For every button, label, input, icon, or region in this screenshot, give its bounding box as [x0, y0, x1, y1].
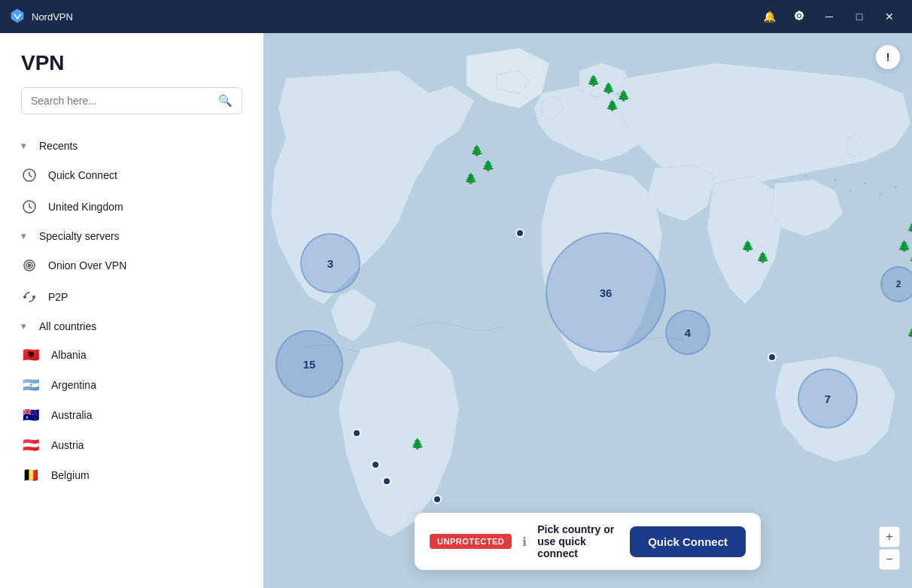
settings-icon	[793, 10, 805, 24]
zoom-in-button[interactable]: +	[879, 526, 900, 547]
recents-label: Recents	[39, 140, 78, 152]
titlebar: NordVPN 🔔 ─ □ ✕	[0, 0, 912, 33]
status-bar: UNPROTECTED ℹ Pick country or use quick …	[415, 513, 761, 570]
tree-marker: 🌲	[741, 240, 754, 252]
tree-marker: 🌲	[909, 251, 912, 263]
specialty-chevron: ▾	[21, 231, 26, 241]
map-dot	[382, 477, 391, 486]
svg-point-19	[804, 174, 807, 177]
all-countries-chevron: ▾	[21, 321, 26, 332]
search-box[interactable]: 🔍	[21, 87, 242, 114]
map-dot	[768, 353, 777, 362]
united-kingdom-item[interactable]: United Kingdom	[0, 191, 263, 223]
search-input[interactable]	[31, 95, 212, 107]
close-icon: ✕	[885, 11, 894, 23]
settings-button[interactable]	[786, 3, 813, 30]
clock-icon-uk	[21, 199, 38, 215]
tree-marker: 🌲	[907, 221, 912, 233]
belgium-label: Belgium	[51, 469, 90, 481]
tree-marker: 🌲	[756, 251, 769, 263]
titlebar-controls: 🔔 ─ □ ✕	[755, 3, 903, 30]
quick-connect-item[interactable]: Quick Connect	[0, 159, 263, 191]
onion-icon	[21, 257, 38, 274]
australia-label: Australia	[51, 409, 92, 421]
argentina-flag: 🇦🇷	[21, 377, 41, 393]
svg-point-24	[879, 193, 882, 196]
map-area[interactable]: 🌲 🌲 🌲 🌲 🌲 🌲 🌲 🌲 🌲 🌲 🌲 🌲 🌲 🌲 3 15 36 4 7 …	[263, 33, 912, 588]
recents-section[interactable]: ▾ Recents	[0, 132, 263, 159]
status-info-icon[interactable]: ℹ	[522, 535, 527, 549]
status-badge: UNPROTECTED	[430, 534, 512, 549]
minimize-icon: ─	[825, 11, 833, 23]
status-message: Pick country or use quick connect	[537, 523, 619, 559]
argentina-label: Argentina	[51, 379, 96, 391]
united-kingdom-label: United Kingdom	[48, 201, 123, 213]
austria-item[interactable]: 🇦🇹 Austria	[0, 430, 263, 460]
tree-marker: 🌲	[898, 240, 910, 252]
svg-point-25	[894, 186, 897, 189]
map-dot	[515, 229, 524, 238]
austria-flag: 🇦🇹	[21, 438, 41, 453]
cluster-bubble-2[interactable]: 2	[880, 266, 912, 302]
svg-point-5	[23, 296, 26, 299]
onion-over-vpn-item[interactable]: Onion Over VPN	[0, 250, 263, 281]
sidebar-header: VPN 🔍	[0, 33, 263, 126]
tree-marker: 🌲	[482, 159, 494, 171]
tree-marker: 🌲	[606, 99, 619, 111]
albania-item[interactable]: 🇦🇱 Albania	[0, 340, 263, 370]
all-countries-section[interactable]: ▾ All countries	[0, 313, 263, 340]
zoom-controls: + −	[879, 526, 900, 570]
maximize-button[interactable]: □	[846, 3, 873, 30]
close-button[interactable]: ✕	[876, 3, 903, 30]
tree-marker: 🌲	[617, 89, 630, 102]
map-dot	[433, 495, 442, 504]
app-title: NordVPN	[32, 11, 73, 23]
tree-marker: 🌲	[411, 438, 424, 450]
zoom-out-button[interactable]: −	[879, 549, 900, 570]
cluster-bubble-3[interactable]: 3	[300, 233, 360, 293]
titlebar-left: NordVPN	[9, 8, 73, 26]
svg-point-21	[834, 178, 837, 181]
p2p-label: P2P	[48, 291, 68, 303]
cluster-bubble-15[interactable]: 15	[275, 330, 343, 398]
sidebar-title: VPN	[21, 51, 242, 75]
specialty-servers-label: Specialty servers	[39, 230, 120, 242]
belgium-item[interactable]: 🇧🇪 Belgium	[0, 460, 263, 490]
sidebar-list: ▾ Recents Quick Connect	[0, 126, 263, 588]
search-icon: 🔍	[218, 94, 233, 108]
belgium-flag: 🇧🇪	[21, 468, 41, 483]
nord-logo	[9, 8, 26, 26]
recents-chevron: ▾	[21, 141, 26, 151]
map-dot	[352, 429, 361, 438]
tree-marker: 🌲	[602, 82, 615, 94]
svg-point-23	[864, 182, 867, 185]
tree-marker: 🌲	[587, 74, 600, 86]
info-button[interactable]: !	[876, 45, 900, 69]
maximize-icon: □	[856, 11, 862, 23]
tree-marker: 🌲	[464, 172, 477, 184]
svg-point-4	[29, 265, 31, 267]
austria-label: Austria	[51, 439, 84, 451]
cluster-bubble-36[interactable]: 36	[546, 232, 666, 353]
quick-connect-button[interactable]: Quick Connect	[630, 526, 746, 557]
all-countries-label: All countries	[39, 320, 96, 332]
sidebar: VPN 🔍 ▾ Recents Quick Connect	[0, 33, 263, 588]
australia-item[interactable]: 🇦🇺 Australia	[0, 400, 263, 430]
map-dot	[371, 460, 380, 469]
argentina-item[interactable]: 🇦🇷 Argentina	[0, 370, 263, 400]
cluster-bubble-7[interactable]: 7	[798, 368, 858, 429]
tree-marker: 🌲	[470, 144, 483, 156]
svg-point-22	[849, 189, 852, 192]
albania-label: Albania	[51, 349, 87, 361]
clock-icon	[21, 167, 38, 183]
p2p-icon	[21, 289, 38, 305]
cluster-bubble-4[interactable]: 4	[665, 310, 710, 355]
australia-flag: 🇦🇺	[21, 408, 41, 423]
notification-button[interactable]: 🔔	[755, 3, 783, 30]
onion-over-vpn-label: Onion Over VPN	[48, 259, 126, 271]
specialty-servers-section[interactable]: ▾ Specialty servers	[0, 223, 263, 250]
minimize-button[interactable]: ─	[816, 3, 843, 30]
tree-marker: 🌲	[907, 326, 912, 338]
p2p-item[interactable]: P2P	[0, 281, 263, 313]
main-content: VPN 🔍 ▾ Recents Quick Connect	[0, 33, 912, 588]
